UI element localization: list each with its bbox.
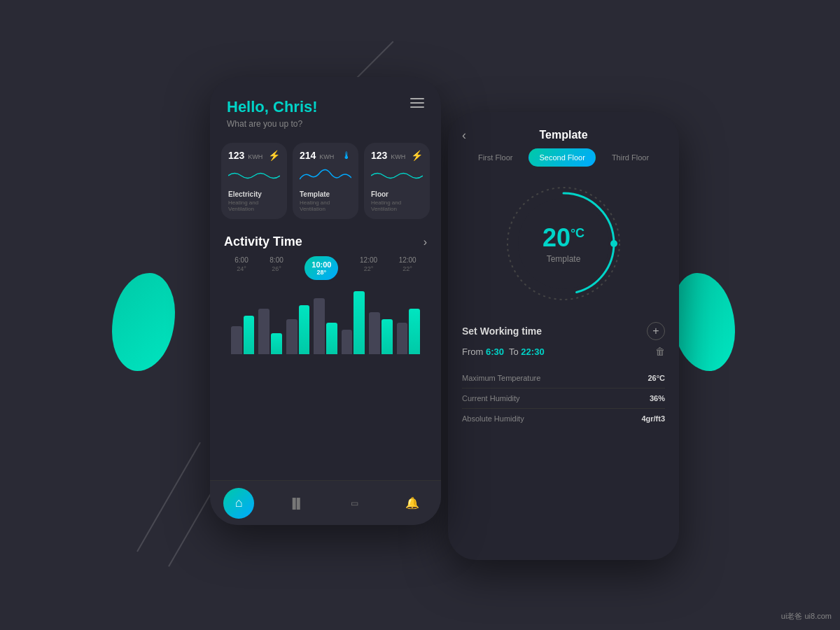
delete-time-button[interactable]: 🗑 bbox=[655, 346, 665, 357]
card-2-title: Template bbox=[300, 190, 351, 198]
stat-abs-humidity: Absolute Humidity 4gr/ft3 bbox=[462, 409, 665, 428]
stat-humidity: Current Humidity 36% bbox=[462, 388, 665, 409]
time-item-4[interactable]: 12:00 22° bbox=[399, 256, 416, 280]
time-temp-1: 26° bbox=[272, 265, 281, 272]
username: Chris! bbox=[273, 98, 318, 115]
time-temp-3: 22° bbox=[364, 265, 374, 272]
card-1-subtitle: Heating and Ventilation bbox=[228, 200, 280, 212]
from-label: From bbox=[462, 346, 483, 357]
card-electricity[interactable]: 123 KWH ⚡ Electricity Heating and Ventil… bbox=[221, 143, 287, 219]
thermometer-icon: 🌡 bbox=[342, 150, 351, 161]
bar-group bbox=[397, 284, 420, 354]
electricity-icon: ⚡ bbox=[268, 150, 280, 161]
wave-chart-1 bbox=[228, 165, 280, 186]
bar-chart bbox=[224, 284, 427, 354]
time-item-0[interactable]: 6:00 24° bbox=[234, 256, 248, 280]
greeting: Hello, Chris! bbox=[227, 98, 424, 116]
time-label-2: 10:00 bbox=[312, 260, 331, 269]
time-label-3: 12:00 bbox=[360, 256, 377, 264]
deco-line-2 bbox=[136, 442, 201, 552]
card-2-value: 214 bbox=[300, 150, 316, 161]
activity-section: Activity Time › 6:00 24° 8:00 26° 10:00 … bbox=[210, 226, 441, 360]
tab-second-floor[interactable]: Second Floor bbox=[528, 148, 595, 167]
time-label-0: 6:00 bbox=[234, 256, 248, 264]
nav-controls[interactable]: ▭ bbox=[339, 488, 370, 519]
wave-chart-2 bbox=[300, 165, 351, 186]
back-button[interactable]: ‹ bbox=[462, 128, 466, 143]
watermark-prefix: ui老爸 bbox=[781, 612, 805, 620]
card-3-subtitle: Heating and Ventilation bbox=[371, 200, 423, 212]
card-3-value: 123 bbox=[371, 150, 387, 161]
dial-display: 20°C Template bbox=[542, 223, 584, 264]
time-row: 6:00 24° 8:00 26° 10:00 28° 12:00 22° 12… bbox=[224, 256, 427, 280]
right-phone: ‹ Template First Floor Second Floor Thir… bbox=[448, 112, 679, 560]
blob-right bbox=[672, 273, 735, 371]
stat-max-temp: Maximum Temperature 26°C bbox=[462, 368, 665, 388]
to-label: To bbox=[509, 346, 519, 357]
nav-notifications[interactable]: 🔔 bbox=[397, 488, 428, 519]
dial-label: Template bbox=[542, 254, 584, 264]
greeting-text: Hello, bbox=[227, 98, 273, 115]
wt-time-display: From 6:30 To 22:30 bbox=[462, 346, 545, 357]
stat-abs-humidity-value: 4gr/ft3 bbox=[641, 414, 665, 423]
nav-dashboard[interactable]: ▐▌ bbox=[281, 488, 312, 519]
bar-teal bbox=[409, 309, 420, 354]
watermark: ui老爸 ui8.com bbox=[781, 611, 832, 622]
card-3-unit: KWH bbox=[391, 153, 405, 160]
dial-container: 20°C Template bbox=[448, 174, 679, 314]
time-label-4: 12:00 bbox=[399, 256, 416, 264]
card-1-value: 123 bbox=[228, 150, 244, 161]
time-item-1[interactable]: 8:00 26° bbox=[270, 256, 283, 280]
floor-tabs: First Floor Second Floor Third Floor bbox=[448, 148, 679, 174]
phone-header: Hello, Chris! What are you up to? bbox=[210, 77, 441, 136]
svg-point-3 bbox=[610, 240, 617, 247]
right-phone-title: Template bbox=[539, 129, 587, 141]
watermark-text: ui8.com bbox=[804, 612, 832, 620]
time-item-2-active[interactable]: 10:00 28° bbox=[304, 256, 338, 280]
subtext: What are you up to? bbox=[227, 119, 424, 129]
time-temp-4: 22° bbox=[402, 265, 412, 272]
stat-humidity-value: 36% bbox=[650, 394, 665, 402]
wt-title: Set Working time bbox=[462, 326, 542, 337]
wave-chart-3 bbox=[371, 165, 423, 186]
card-1-title: Electricity bbox=[228, 190, 280, 198]
bar-teal bbox=[299, 305, 310, 354]
card-floor[interactable]: 123 KWH ⚡ Floor Heating and Ventilation bbox=[364, 143, 430, 219]
bar-gray bbox=[286, 319, 298, 354]
tab-third-floor[interactable]: Third Floor bbox=[601, 148, 659, 167]
bar-teal bbox=[244, 316, 255, 354]
bar-group bbox=[231, 284, 254, 354]
card-2-subtitle: Heating and Ventilation bbox=[300, 200, 351, 212]
temperature-value: 20°C bbox=[542, 223, 584, 253]
bar-gray bbox=[397, 323, 408, 354]
bar-teal bbox=[382, 319, 393, 354]
activity-title: Activity Time bbox=[224, 234, 302, 249]
card-3-title: Floor bbox=[371, 190, 423, 198]
time-temp-0: 24° bbox=[237, 265, 246, 272]
right-header: ‹ Template bbox=[448, 112, 679, 148]
temperature-dial[interactable]: 20°C Template bbox=[500, 181, 626, 307]
bar-teal bbox=[271, 333, 282, 354]
card-2-unit: KWH bbox=[319, 153, 334, 160]
nav-home[interactable]: ⌂ bbox=[223, 488, 254, 519]
stat-abs-humidity-label: Absolute Humidity bbox=[462, 414, 524, 423]
bar-teal bbox=[326, 323, 337, 354]
main-phone: Hello, Chris! What are you up to? 123 KW… bbox=[210, 77, 441, 525]
time-temp-2: 28° bbox=[312, 269, 331, 276]
tab-first-floor[interactable]: First Floor bbox=[468, 148, 524, 167]
bar-gray bbox=[342, 330, 353, 354]
add-time-button[interactable]: + bbox=[647, 322, 665, 340]
activity-arrow[interactable]: › bbox=[424, 236, 427, 248]
time-item-3[interactable]: 12:00 22° bbox=[360, 256, 377, 280]
card-template[interactable]: 214 KWH 🌡 Template Heating and Ventilati… bbox=[293, 143, 358, 219]
bar-group bbox=[258, 284, 281, 354]
hamburger-menu[interactable] bbox=[410, 98, 424, 108]
card-1-unit: KWH bbox=[248, 153, 262, 160]
bar-gray bbox=[231, 326, 242, 354]
blob-left bbox=[112, 273, 175, 371]
stat-max-temp-value: 26°C bbox=[648, 374, 665, 382]
stats-section: Maximum Temperature 26°C Current Humidit… bbox=[448, 361, 679, 435]
stat-max-temp-label: Maximum Temperature bbox=[462, 374, 540, 382]
from-time: 6:30 bbox=[486, 346, 504, 357]
bar-group bbox=[369, 284, 392, 354]
